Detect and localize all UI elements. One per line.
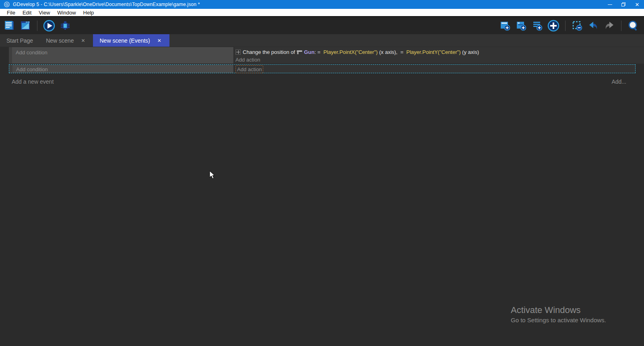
minimize-icon	[608, 4, 612, 5]
event-grip[interactable]	[9, 65, 12, 73]
search-icon	[627, 20, 639, 31]
restore-icon	[621, 2, 625, 6]
redo-button[interactable]	[603, 20, 615, 32]
toolbar-left-group	[0, 20, 71, 32]
object-name: Gun	[304, 49, 314, 55]
tab-new-scene[interactable]: New scene ✕	[39, 34, 93, 47]
scene-window-icon	[20, 20, 31, 31]
toolbar-separator	[565, 21, 566, 31]
add-subevent-button[interactable]	[515, 20, 527, 32]
expression-y: Player.PointY("Center")	[407, 49, 461, 55]
add-condition-link[interactable]: Add condition	[16, 49, 47, 56]
add-subevent-icon	[516, 20, 527, 31]
toolbar	[0, 17, 644, 34]
undo-icon	[588, 20, 599, 31]
add-action-focus-ring: Add action	[235, 65, 263, 73]
event2-conditions: Add condition	[12, 65, 233, 73]
tab-close-icon[interactable]: ✕	[79, 37, 87, 44]
undo-button[interactable]	[587, 20, 599, 32]
add-action-row: Add action	[235, 56, 644, 63]
tab-bar: Start Page New scene ✕ New scene (Events…	[0, 34, 644, 47]
project-manager-button[interactable]	[3, 20, 15, 32]
debug-bug-icon	[60, 20, 71, 31]
events-sheet: Add condition Change the position of Gun…	[0, 47, 644, 346]
menu-file[interactable]: File	[3, 8, 19, 16]
action-sentence: Change the position of Gun: = Player.Poi…	[243, 49, 479, 55]
menu-window[interactable]: Window	[54, 8, 79, 16]
activate-windows-watermark: Activate Windows Go to Settings to activ…	[511, 305, 606, 323]
mouse-cursor	[209, 171, 216, 181]
tab-close-icon[interactable]: ✕	[156, 37, 163, 44]
menu-bar: File Edit View Window Help	[0, 9, 644, 17]
add-event-button[interactable]	[499, 20, 511, 32]
debug-button[interactable]	[59, 20, 71, 32]
add-comment-icon	[532, 20, 543, 31]
restore-button[interactable]	[617, 0, 630, 9]
close-icon: ✕	[635, 2, 640, 7]
add-event-icon	[500, 20, 511, 31]
menu-edit[interactable]: Edit	[19, 8, 35, 16]
window-title: GDevelop 5 - C:\Users\Sparkle\OneDrive\D…	[13, 2, 200, 7]
play-icon	[43, 20, 55, 32]
add-action-link[interactable]: Add action	[237, 66, 262, 72]
gun-object-thumbnail-icon	[297, 50, 303, 54]
title-bar: G GDevelop 5 - C:\Users\Sparkle\OneDrive…	[0, 0, 644, 9]
event1-conditions: Add condition	[12, 47, 233, 64]
position-action-icon	[235, 49, 241, 55]
add-condition-link[interactable]: Add condition	[16, 66, 48, 72]
events-footer: Add a new event Add...	[12, 78, 626, 85]
gdevelop-logo-icon: G	[4, 2, 10, 7]
add-link[interactable]: Add...	[611, 78, 626, 85]
add-comment-button[interactable]	[531, 20, 543, 32]
tab-label: New scene	[46, 37, 74, 44]
add-more-button[interactable]	[547, 20, 559, 32]
tab-start-page[interactable]: Start Page	[0, 34, 39, 47]
cursor-arrow-icon	[209, 171, 216, 179]
toolbar-separator	[621, 21, 621, 31]
action-change-position[interactable]: Change the position of Gun: = Player.Poi…	[235, 48, 644, 56]
project-manager-icon	[4, 20, 15, 31]
tab-label: New scene (Events)	[99, 37, 150, 44]
event1-actions: Change the position of Gun: = Player.Poi…	[234, 47, 644, 64]
menu-view[interactable]: View	[35, 8, 54, 16]
search-button[interactable]	[627, 20, 639, 32]
minimize-button[interactable]	[603, 0, 617, 9]
tab-new-scene-events[interactable]: New scene (Events) ✕	[93, 34, 169, 47]
remove-selection-icon	[572, 20, 583, 31]
close-button[interactable]: ✕	[630, 0, 644, 9]
tab-label: Start Page	[6, 37, 33, 44]
redo-icon	[604, 20, 615, 31]
expression-x: Player.PointX("Center")	[323, 49, 378, 55]
open-scene-button[interactable]	[19, 20, 31, 32]
gdevelop-window: G GDevelop 5 - C:\Users\Sparkle\OneDrive…	[0, 0, 644, 346]
event-grip[interactable]	[9, 47, 12, 64]
menu-help[interactable]: Help	[80, 8, 98, 16]
add-new-event-link[interactable]: Add a new event	[12, 78, 54, 85]
add-action-link[interactable]: Add action	[235, 57, 260, 63]
watermark-subtitle: Go to Settings to activate Windows.	[511, 317, 606, 323]
watermark-title: Activate Windows	[511, 305, 606, 315]
play-preview-button[interactable]	[43, 20, 55, 32]
event2-actions: Add action	[234, 65, 635, 73]
window-controls: ✕	[603, 0, 644, 9]
event-row-1[interactable]: Add condition Change the position of Gun…	[9, 47, 644, 64]
event-row-2-selected[interactable]: Add condition Add action	[9, 64, 636, 73]
toolbar-right-group	[499, 20, 644, 32]
add-circle-icon	[547, 20, 559, 32]
remove-selection-button[interactable]	[571, 20, 583, 32]
toolbar-separator	[37, 21, 37, 31]
